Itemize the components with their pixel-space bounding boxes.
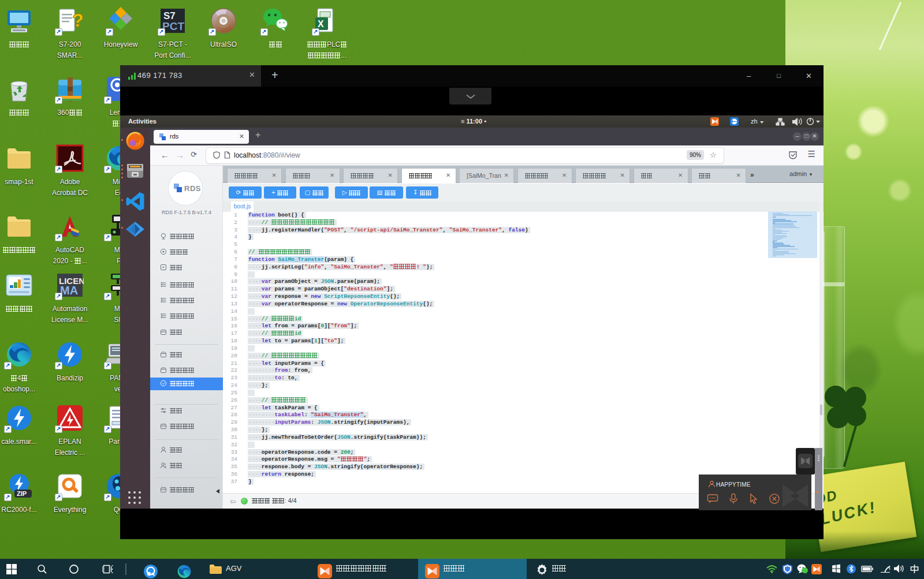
svg-text:MA: MA: [60, 284, 78, 297]
svg-text:X: X: [318, 19, 324, 29]
svg-text:ZIP: ZIP: [17, 490, 27, 497]
svg-text:PCT: PCT: [162, 20, 184, 32]
svg-text:?: ?: [72, 10, 84, 31]
svg-text:zh: zh: [751, 118, 758, 125]
